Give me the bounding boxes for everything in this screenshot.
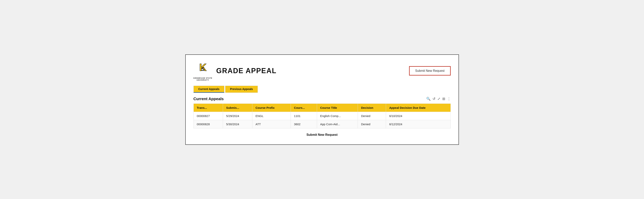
table-cell-1-5: Denied — [358, 120, 386, 128]
col-course-prefix: Course Prefix — [252, 104, 291, 112]
svg-text:S: S — [201, 66, 205, 72]
table-cell-0-6: 6/10/2024 — [386, 112, 450, 120]
expand-icon[interactable]: ⤢ — [438, 97, 440, 101]
table-cell-0-1: 5/29/2024 — [223, 112, 252, 120]
col-due-date: Appeal Decision Due Date — [386, 104, 450, 112]
col-submission: Submis... — [223, 104, 252, 112]
tab-previous-appeals[interactable]: Previous Appeals — [225, 86, 258, 93]
tabs-container: Current Appeals Previous Appeals — [194, 86, 451, 93]
tab-current-appeals[interactable]: Current Appeals — [194, 86, 224, 93]
grid-icon[interactable]: ⊞ — [442, 97, 445, 101]
table-cell-0-0: 00000827 — [194, 112, 223, 120]
table-cell-1-1: 5/30/2024 — [223, 120, 252, 128]
more-icon[interactable]: ⋮ — [447, 97, 451, 101]
table-cell-1-4: App Com-Aid... — [317, 120, 358, 128]
table-cell-1-0: 00000828 — [194, 120, 223, 128]
section-title: Current Appeals — [194, 97, 224, 101]
page-wrapper: K K S KENNESAW STATE UNIVERSITY GRADE AP… — [185, 54, 459, 145]
section-title-row: Current Appeals 🔍 ↺ ⤢ ⊞ ⋮ — [194, 97, 451, 101]
submit-new-request-button-header[interactable]: Submit New Request — [409, 66, 450, 76]
col-course-num: Cours... — [291, 104, 317, 112]
table-header-row: Trans... Submis... Course Prefix Cours..… — [194, 104, 450, 112]
table-cell-0-2: ENGL — [252, 112, 291, 120]
table-row[interactable]: 000008275/29/2024ENGL1101English Comp...… — [194, 112, 450, 120]
table-cell-0-5: Denied — [358, 112, 386, 120]
toolbar-icons: 🔍 ↺ ⤢ ⊞ ⋮ — [426, 97, 451, 101]
table-row[interactable]: 000008285/30/2024ATT3602App Com-Aid...De… — [194, 120, 450, 128]
appeals-table: Trans... Submis... Course Prefix Cours..… — [194, 104, 451, 128]
header: K K S KENNESAW STATE UNIVERSITY GRADE AP… — [194, 61, 451, 81]
col-course-title: Course Title — [317, 104, 358, 112]
header-left: K K S KENNESAW STATE UNIVERSITY GRADE AP… — [194, 61, 276, 81]
search-icon[interactable]: 🔍 — [426, 97, 430, 101]
table-cell-0-4: English Comp... — [317, 112, 358, 120]
footer-submit-label: Submit New Request — [194, 133, 451, 137]
col-decision: Decision — [358, 104, 386, 112]
ksu-logo-icon: K K S — [195, 61, 211, 76]
table-cell-1-3: 3602 — [291, 120, 317, 128]
table-cell-1-6: 6/12/2024 — [386, 120, 450, 128]
university-name: KENNESAW STATE UNIVERSITY — [194, 77, 212, 81]
table-cell-0-3: 1101 — [291, 112, 317, 120]
table-cell-1-2: ATT — [252, 120, 291, 128]
refresh-icon[interactable]: ↺ — [432, 97, 436, 101]
logo-area: K K S KENNESAW STATE UNIVERSITY — [194, 61, 212, 81]
page-title: GRADE APPEAL — [216, 67, 276, 75]
col-transaction: Trans... — [194, 104, 223, 112]
